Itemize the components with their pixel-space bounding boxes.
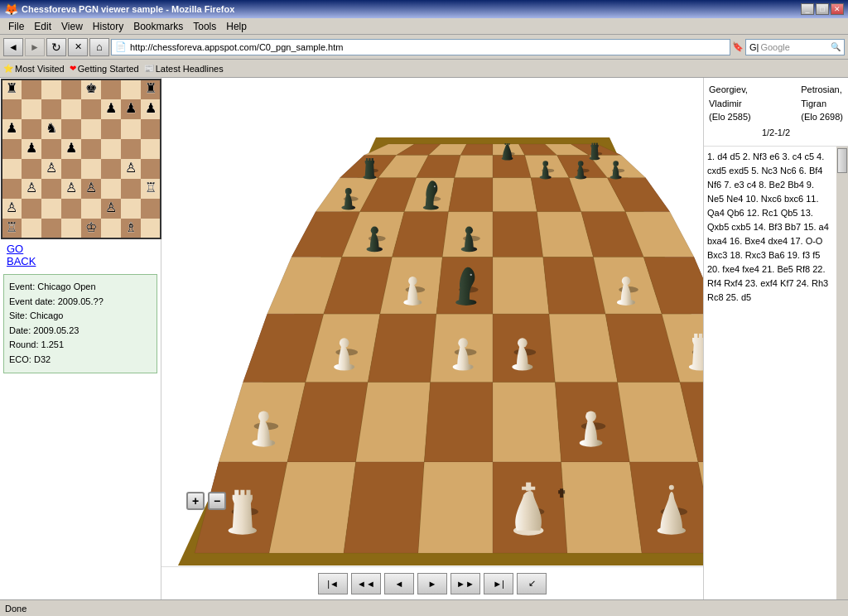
menu-help[interactable]: Help bbox=[221, 20, 252, 33]
zoom-controls: + − bbox=[186, 492, 226, 510]
next-button[interactable]: ► bbox=[417, 573, 447, 594]
right-panel: Georgiev,Vladimir (Elo 2585) Petrosian,T… bbox=[703, 78, 848, 599]
latest-headlines-icon: 📰 bbox=[144, 64, 154, 73]
first-move-button[interactable]: |◄ bbox=[318, 573, 348, 594]
chess-3d-container[interactable]: + − bbox=[161, 78, 703, 566]
zoom-in-button[interactable]: + bbox=[186, 492, 205, 510]
round-value: 1.251 bbox=[41, 339, 65, 349]
go-link[interactable]: GO bbox=[7, 243, 154, 255]
board-area: + − |◄ ◄◄ ◄ ► ►► ►| ↙ bbox=[161, 78, 703, 599]
player1-name: Georgiev,Vladimir bbox=[709, 83, 751, 110]
game-info: Event: Chicago Open Event date: 2009.05.… bbox=[3, 274, 157, 373]
maximize-button[interactable]: □ bbox=[816, 3, 829, 15]
scrollbar-track bbox=[836, 147, 848, 599]
search-box[interactable]: G| Google 🔍 bbox=[745, 39, 845, 55]
stop-button[interactable]: ✕ bbox=[68, 38, 88, 56]
player1-elo: (Elo 2585) bbox=[709, 110, 751, 124]
player2-info: Petrosian,Tigran (Elo 2698) bbox=[801, 83, 843, 124]
back-link[interactable]: BACK bbox=[7, 255, 154, 267]
mini-board bbox=[0, 78, 161, 239]
bookmark-latest-headlines[interactable]: 📰 Latest Headlines bbox=[144, 64, 224, 74]
zoom-out-button[interactable]: − bbox=[208, 492, 226, 510]
reload-button[interactable]: ↻ bbox=[46, 38, 66, 56]
title-text: Chessforeva PGN viewer sample - Mozilla … bbox=[22, 4, 234, 14]
latest-headlines-label: Latest Headlines bbox=[156, 64, 224, 74]
player2-name: Petrosian,Tigran bbox=[801, 83, 843, 110]
event-label: Event: Chicago Open bbox=[9, 280, 152, 295]
getting-started-label: Getting Started bbox=[78, 64, 139, 74]
player2-elo: (Elo 2698) bbox=[801, 110, 843, 124]
event-date-label: Event date: 2009.05.?? bbox=[9, 295, 152, 310]
round-label: Round: 1.251 bbox=[9, 338, 152, 353]
menu-bookmarks[interactable]: Bookmarks bbox=[128, 20, 188, 33]
player1-info: Georgiev,Vladimir (Elo 2585) bbox=[709, 83, 751, 124]
players-row: Georgiev,Vladimir (Elo 2585) Petrosian,T… bbox=[709, 83, 843, 124]
main-area: GO BACK Event: Chicago Open Event date: … bbox=[0, 78, 848, 599]
window-title: 🦊 Chessforeva PGN viewer sample - Mozill… bbox=[4, 2, 234, 16]
url-text[interactable]: http://chessforeva.appspot.com/C0_pgn_sa… bbox=[130, 42, 343, 52]
moves-scrollbar[interactable] bbox=[836, 147, 848, 599]
flip-board-button[interactable]: ↙ bbox=[517, 573, 547, 594]
playback-controls: |◄ ◄◄ ◄ ► ►► ►| ↙ bbox=[161, 566, 703, 599]
status-bar: Done bbox=[0, 599, 848, 616]
menu-file[interactable]: File bbox=[3, 20, 29, 33]
players-info: Georgiev,Vladimir (Elo 2585) Petrosian,T… bbox=[704, 78, 848, 147]
moves-panel: 1. d4 d5 2. Nf3 e6 3. c4 c5 4. cxd5 exd5… bbox=[704, 147, 848, 599]
menu-view[interactable]: View bbox=[56, 20, 88, 33]
most-visited-label: Most Visited bbox=[15, 64, 65, 74]
site-label: Site: Chicago bbox=[9, 309, 152, 324]
most-visited-icon: ⭐ bbox=[3, 64, 13, 73]
menu-edit[interactable]: Edit bbox=[29, 20, 56, 33]
status-text: Done bbox=[5, 604, 26, 614]
firefox-icon: 🦊 bbox=[4, 2, 18, 16]
home-button[interactable]: ⌂ bbox=[89, 38, 109, 56]
date-value: 2009.05.23 bbox=[33, 325, 79, 335]
window-title-bar: 🦊 Chessforeva PGN viewer sample - Mozill… bbox=[0, 0, 848, 18]
search-submit-icon[interactable]: 🔍 bbox=[831, 42, 841, 51]
nav-links: GO BACK bbox=[0, 239, 161, 271]
address-bar: 📄 http://chessforeva.appspot.com/C0_pgn_… bbox=[111, 39, 730, 55]
site-value: Chicago bbox=[30, 310, 63, 320]
menu-bar: File Edit View History Bookmarks Tools H… bbox=[0, 18, 848, 35]
game-result: 1/2-1/2 bbox=[709, 124, 843, 142]
bookmark-getting-started[interactable]: ❤ Getting Started bbox=[70, 64, 139, 74]
event-date-value: 2009.05.?? bbox=[58, 296, 104, 306]
next-5-button[interactable]: ►► bbox=[450, 573, 480, 594]
moves-text: 1. d4 d5 2. Nf3 e6 3. c4 c5 4. cxd5 exd5… bbox=[707, 150, 845, 306]
left-panel: GO BACK Event: Chicago Open Event date: … bbox=[0, 78, 161, 599]
window-controls[interactable]: _ □ ✕ bbox=[801, 3, 844, 15]
eco-value: D32 bbox=[34, 354, 51, 364]
getting-started-icon: ❤ bbox=[70, 64, 76, 73]
back-button[interactable]: ◄ bbox=[3, 38, 23, 56]
last-move-button[interactable]: ►| bbox=[484, 573, 513, 594]
content-area: GO BACK Event: Chicago Open Event date: … bbox=[0, 78, 848, 599]
date-label: Date: 2009.05.23 bbox=[9, 324, 152, 339]
nav-bar: ◄ ► ↻ ✕ ⌂ 📄 http://chessforeva.appspot.c… bbox=[0, 35, 848, 60]
scrollbar-thumb[interactable] bbox=[837, 148, 847, 173]
menu-tools[interactable]: Tools bbox=[188, 20, 221, 33]
bookmarks-bar: ⭐ Most Visited ❤ Getting Started 📰 Lates… bbox=[0, 60, 848, 78]
event-value: Chicago Open bbox=[37, 282, 95, 291]
menu-history[interactable]: History bbox=[88, 20, 128, 33]
close-button[interactable]: ✕ bbox=[831, 3, 844, 15]
minimize-button[interactable]: _ bbox=[801, 3, 814, 15]
prev-5-button[interactable]: ◄◄ bbox=[351, 573, 381, 594]
search-placeholder: Google bbox=[760, 42, 789, 52]
eco-label: ECO: D32 bbox=[9, 353, 152, 368]
bookmark-most-visited[interactable]: ⭐ Most Visited bbox=[3, 64, 65, 74]
prev-button[interactable]: ◄ bbox=[384, 573, 414, 594]
forward-button[interactable]: ► bbox=[25, 38, 45, 56]
search-icon: G| bbox=[749, 42, 759, 52]
